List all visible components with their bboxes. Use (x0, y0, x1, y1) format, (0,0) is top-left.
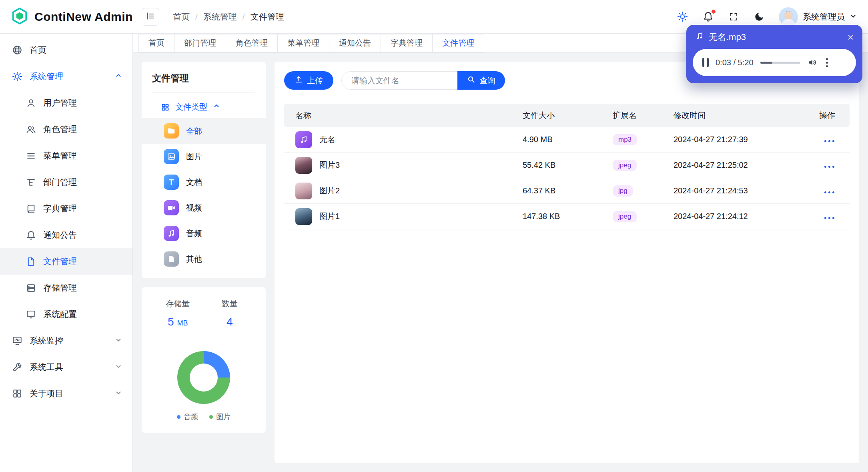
sidebar-item-label: 文件管理 (43, 256, 122, 267)
video-camera-icon (164, 200, 179, 215)
chevron-down-icon (115, 389, 122, 398)
volume-icon[interactable] (807, 57, 818, 68)
table-row[interactable]: 图片3 55.42 KB jpeg 2024-04-27 21:25:02 (284, 153, 850, 178)
sidebar-item-system-management[interactable]: 系统管理 (0, 63, 132, 90)
count-label: 数量 (204, 298, 256, 309)
sidebar-item-label: 角色管理 (43, 124, 122, 135)
type-label: 其他 (186, 254, 202, 265)
type-label: 文档 (186, 177, 202, 188)
file-table: 名称 文件大小 扩展名 修改时间 操作 无名 4.90 MB mp3 202 (284, 104, 850, 229)
file-type-other[interactable]: 其他 (142, 246, 266, 272)
sidebar-item-file-management[interactable]: 文件管理 (0, 248, 132, 275)
tab-home[interactable]: 首页 (138, 34, 174, 52)
fullscreen-icon[interactable] (728, 11, 740, 23)
file-name: 图片3 (319, 160, 340, 171)
dark-mode-moon-icon[interactable] (753, 11, 765, 23)
player-progress-played (760, 62, 772, 64)
sidebar-item-storage-management[interactable]: 存储管理 (0, 275, 132, 301)
tab-menu-management[interactable]: 菜单管理 (277, 34, 329, 52)
legend-audio: 音频 (177, 412, 198, 422)
sidebar-item-system-config[interactable]: 系统配置 (0, 301, 132, 327)
sidebar-item-notice[interactable]: 通知公告 (0, 222, 132, 248)
sidebar-item-user-management[interactable]: 用户管理 (0, 90, 132, 116)
file-name: 无名 (319, 134, 335, 145)
sidebar-item-home[interactable]: 首页 (0, 37, 132, 63)
chevron-down-icon (115, 336, 122, 345)
file-type-document[interactable]: T 文档 (142, 169, 266, 195)
user-menu[interactable]: 系统管理员 (779, 7, 857, 26)
pause-button[interactable] (702, 58, 709, 67)
upload-icon (295, 75, 303, 86)
notifications-bell-icon[interactable] (702, 11, 714, 23)
row-actions-button[interactable] (824, 215, 835, 221)
sidebar-item-system-monitor[interactable]: 系统监控 (0, 327, 132, 354)
file-size: 4.90 MB (519, 135, 609, 144)
sidebar-item-system-tools[interactable]: 系统工具 (0, 354, 132, 380)
file-type-section-header[interactable]: 文件类型 (142, 98, 266, 118)
file-name: 图片1 (319, 211, 340, 222)
tab-file-management[interactable]: 文件管理 (432, 34, 484, 52)
sidebar-item-menu-management[interactable]: 菜单管理 (0, 143, 132, 169)
sidebar-item-about[interactable]: 关于项目 (0, 380, 132, 407)
col-name: 名称 (284, 110, 519, 121)
row-actions-button[interactable] (824, 138, 835, 145)
file-list-card: 上传 查询 名称 文件大小 扩展名 修改时 (275, 62, 859, 463)
image-thumbnail (295, 208, 312, 225)
file-type-all[interactable]: 全部 (142, 118, 266, 144)
sidebar-item-label: 关于项目 (30, 388, 108, 399)
file-ext-tag: jpeg (613, 160, 637, 171)
file-type-audio[interactable]: 音频 (142, 221, 266, 246)
file-size: 64.37 KB (519, 186, 609, 195)
left-column: 文件管理 文件类型 全部 图片 T (142, 62, 266, 463)
player-menu-icon[interactable] (824, 56, 830, 69)
query-button[interactable]: 查询 (457, 71, 505, 90)
sidebar-item-dept-management[interactable]: 部门管理 (0, 169, 132, 195)
sidebar-item-label: 系统管理 (30, 71, 108, 82)
breadcrumb: 首页 / 系统管理 / 文件管理 (173, 11, 284, 22)
users-icon (26, 124, 36, 135)
upload-label: 上传 (307, 75, 323, 86)
player-time: 0:03 / 5:20 (716, 58, 754, 67)
player-seekbar[interactable] (760, 62, 800, 64)
upload-button[interactable]: 上传 (284, 71, 333, 90)
tab-label: 部门管理 (184, 38, 216, 48)
file-other-icon (164, 251, 179, 267)
brand-logo-icon (10, 7, 29, 27)
sidebar-item-label: 系统配置 (43, 309, 122, 320)
collapse-sidebar-button[interactable] (142, 8, 159, 26)
table-row[interactable]: 图片2 64.37 KB jpg 2024-04-27 21:24:53 (284, 178, 850, 204)
sidebar-item-role-management[interactable]: 角色管理 (0, 116, 132, 143)
col-size: 文件大小 (519, 110, 609, 121)
storage-value: 5 (168, 315, 174, 328)
table-row[interactable]: 图片1 147.38 KB jpeg 2024-04-27 21:24:12 (284, 204, 850, 229)
music-note-icon (695, 32, 704, 43)
close-icon[interactable]: × (848, 32, 854, 42)
tab-notice[interactable]: 通知公告 (329, 34, 381, 52)
brand[interactable]: ContiNew Admin (0, 7, 133, 27)
breadcrumb-current: 文件管理 (251, 11, 284, 22)
settings-gear-icon[interactable] (676, 11, 688, 23)
breadcrumb-home[interactable]: 首页 (173, 11, 190, 22)
search-input[interactable] (341, 71, 457, 90)
table-row[interactable]: 无名 4.90 MB mp3 2024-04-27 21:27:39 (284, 127, 850, 153)
row-actions-button[interactable] (824, 189, 835, 196)
row-actions-button[interactable] (824, 163, 835, 170)
file-time: 2024-04-27 21:24:12 (670, 212, 810, 221)
audio-file-icon (295, 131, 312, 148)
sidebar-item-dict-management[interactable]: 字典管理 (0, 195, 132, 222)
breadcrumb-system[interactable]: 系统管理 (203, 11, 237, 22)
folder-icon (164, 123, 179, 139)
tab-dict-management[interactable]: 字典管理 (381, 34, 433, 52)
col-time: 修改时间 (670, 110, 810, 121)
file-size: 147.38 KB (519, 212, 609, 221)
file-time: 2024-04-27 21:27:39 (670, 135, 810, 144)
file-type-image[interactable]: 图片 (142, 144, 266, 169)
tab-label: 首页 (148, 38, 164, 48)
file-ext-tag: mp3 (613, 134, 637, 145)
table-header: 名称 文件大小 扩展名 修改时间 操作 (284, 104, 850, 127)
sidebar-item-label: 字典管理 (43, 203, 122, 214)
tab-role-management[interactable]: 角色管理 (226, 34, 278, 52)
avatar (779, 7, 798, 26)
tab-dept-management[interactable]: 部门管理 (174, 34, 226, 52)
file-type-video[interactable]: 视频 (142, 195, 266, 221)
